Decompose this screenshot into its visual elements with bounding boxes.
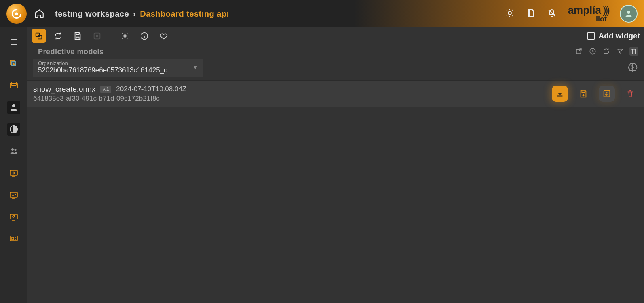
menu-toggle[interactable] xyxy=(7,36,20,48)
svg-point-3 xyxy=(627,11,630,14)
toolbar-separator xyxy=(111,31,111,41)
top-bar: testing workspace › Dashboard testing ap… xyxy=(0,0,644,27)
panel-refresh-icon[interactable] xyxy=(602,47,611,56)
toolbar-copy-button[interactable] xyxy=(32,29,46,43)
org-field-value: 5202b0ba7618769e6e0573613c161425_o... xyxy=(38,66,173,74)
sidebar-contrast[interactable] xyxy=(7,123,20,136)
svg-point-22 xyxy=(124,35,126,37)
add-widget-button[interactable]: Add widget xyxy=(587,32,640,40)
brand-sub: iiot xyxy=(596,15,607,23)
panel-filter-icon[interactable] xyxy=(616,47,625,56)
org-field-label: Organization xyxy=(38,60,173,66)
dashboard-toolbar: Add widget xyxy=(27,27,644,44)
model-id: 641835e3-af30-491c-b71d-09c172b21f8c xyxy=(33,95,186,103)
model-save-button[interactable] xyxy=(575,86,591,102)
left-sidebar xyxy=(0,27,27,303)
svg-point-16 xyxy=(13,215,15,217)
model-version: v.1 xyxy=(100,86,111,93)
svg-rect-14 xyxy=(10,192,17,197)
svg-point-11 xyxy=(14,149,16,151)
model-download-button[interactable] xyxy=(552,86,568,102)
model-run-button[interactable] xyxy=(599,86,615,102)
breadcrumb-parent[interactable]: testing workspace xyxy=(55,9,129,19)
sidebar-dashboards[interactable] xyxy=(7,57,20,70)
sidebar-devices[interactable] xyxy=(7,79,20,92)
panel-history-icon[interactable] xyxy=(588,47,597,56)
toolbar-settings-button[interactable] xyxy=(118,29,132,43)
sidebar-config-1[interactable] xyxy=(7,166,20,179)
chevron-down-icon: ▼ xyxy=(192,64,198,71)
notifications-off-icon[interactable] xyxy=(547,8,557,19)
toolbar-refresh-button[interactable] xyxy=(51,29,65,43)
organization-select[interactable]: Organization 5202b0ba7618769e6e0573613c1… xyxy=(33,59,203,77)
svg-rect-7 xyxy=(11,82,16,85)
panel-title: Predictive models xyxy=(33,44,109,58)
svg-point-10 xyxy=(11,148,14,151)
toolbar-close-button xyxy=(90,29,104,43)
model-row[interactable]: snow_create.onnx v.1 2024-07-10T10:08:04… xyxy=(27,80,644,107)
sidebar-config-4[interactable] xyxy=(7,232,20,245)
chevron-right-icon: › xyxy=(133,9,136,19)
toolbar-favorite-button[interactable] xyxy=(156,29,171,43)
app-logo[interactable] xyxy=(6,4,27,24)
toolbar-info-button[interactable] xyxy=(137,29,152,43)
breadcrumb-active[interactable]: Dashboard testing api xyxy=(140,9,229,19)
sidebar-config-2[interactable] xyxy=(7,188,20,201)
svg-rect-27 xyxy=(632,50,636,53)
svg-rect-12 xyxy=(10,170,17,175)
main-area: Add widget Predictive models Organizatio… xyxy=(27,27,644,303)
docs-icon[interactable] xyxy=(526,8,536,19)
svg-point-2 xyxy=(508,11,511,15)
breadcrumb: testing workspace › Dashboard testing ap… xyxy=(55,9,229,19)
toolbar-save-button[interactable] xyxy=(70,29,85,43)
svg-point-8 xyxy=(12,104,15,107)
home-icon[interactable] xyxy=(34,8,44,19)
theme-icon[interactable] xyxy=(505,8,515,19)
brand-label: amplía))) iiot xyxy=(568,4,608,23)
model-timestamp: 2024-07-10T10:08:04Z xyxy=(116,85,186,93)
svg-point-1 xyxy=(15,13,18,15)
panel-layout-icon[interactable] xyxy=(629,47,638,56)
model-name: snow_create.onnx xyxy=(33,85,95,94)
sidebar-team[interactable] xyxy=(7,145,20,158)
sidebar-users[interactable] xyxy=(7,101,20,114)
svg-rect-18 xyxy=(12,237,14,240)
user-avatar[interactable] xyxy=(620,5,638,23)
sidebar-config-3[interactable] xyxy=(7,210,20,223)
panel-header-actions xyxy=(574,47,638,56)
add-widget-label: Add widget xyxy=(599,32,640,40)
model-brain-icon[interactable] xyxy=(627,62,638,74)
model-delete-button[interactable] xyxy=(622,86,638,102)
toolbar-separator xyxy=(581,31,581,41)
panel-export-icon[interactable] xyxy=(574,47,583,56)
svg-point-13 xyxy=(13,172,15,174)
